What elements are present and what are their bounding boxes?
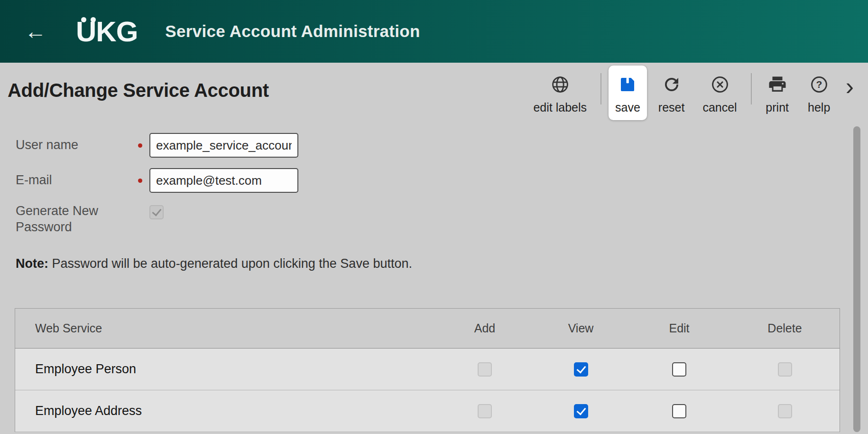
toolbar-divider bbox=[751, 73, 752, 104]
username-input[interactable] bbox=[149, 133, 298, 158]
cancel-label: cancel bbox=[702, 101, 737, 114]
ukg-logo: UKG bbox=[76, 15, 138, 48]
printer-icon bbox=[767, 73, 787, 96]
note-label: Note: bbox=[16, 256, 48, 271]
toolbar-divider bbox=[600, 73, 601, 104]
help-button[interactable]: ? help bbox=[801, 66, 838, 120]
email-input[interactable] bbox=[149, 168, 298, 193]
view-checkbox[interactable] bbox=[574, 362, 588, 377]
page-title: Add/Change Service Account bbox=[8, 80, 269, 101]
edit-labels-label: edit labels bbox=[533, 101, 587, 114]
generate-password-row: Generate New Password bbox=[16, 203, 298, 236]
password-note: Note: Password will be auto-generated up… bbox=[16, 256, 412, 271]
action-toolbar: edit labels save reset cancel bbox=[524, 66, 854, 120]
svg-text:?: ? bbox=[816, 79, 822, 90]
refresh-icon bbox=[662, 73, 682, 96]
table-header-row: Web Service Add View Edit Delete bbox=[15, 309, 840, 349]
cancel-icon bbox=[710, 73, 730, 96]
globe-icon bbox=[550, 73, 570, 96]
top-header-bar: ← UKG Service Account Administration bbox=[0, 0, 868, 63]
logo-dot bbox=[91, 17, 96, 22]
add-checkbox bbox=[478, 404, 492, 418]
floppy-icon bbox=[618, 73, 637, 96]
edit-checkbox[interactable] bbox=[672, 362, 686, 377]
service-account-form: User name E-mail Generate New Password bbox=[16, 133, 298, 246]
help-icon: ? bbox=[809, 73, 829, 96]
reset-button[interactable]: reset bbox=[652, 66, 692, 120]
help-label: help bbox=[808, 101, 830, 114]
app-title: Service Account Administration bbox=[165, 22, 420, 41]
note-text: Password will be auto-generated upon cli… bbox=[48, 256, 412, 271]
username-label: User name bbox=[16, 137, 130, 153]
logo-dot bbox=[81, 17, 86, 22]
web-service-table: Web Service Add View Edit Delete Employe… bbox=[15, 308, 840, 432]
required-indicator bbox=[130, 143, 149, 148]
email-label: E-mail bbox=[16, 172, 130, 189]
username-row: User name bbox=[16, 133, 298, 158]
edit-checkbox[interactable] bbox=[672, 404, 686, 418]
print-label: print bbox=[766, 101, 789, 114]
delete-checkbox bbox=[778, 404, 792, 418]
table-row: Employee Person bbox=[15, 349, 840, 390]
add-checkbox bbox=[478, 362, 492, 377]
save-label: save bbox=[615, 101, 640, 114]
generate-password-label: Generate New Password bbox=[16, 203, 130, 236]
print-button[interactable]: print bbox=[759, 66, 796, 120]
col-header-add: Add bbox=[437, 321, 532, 335]
view-checkbox[interactable] bbox=[574, 404, 588, 418]
cancel-button[interactable]: cancel bbox=[696, 66, 743, 120]
col-header-edit: Edit bbox=[629, 321, 729, 335]
vertical-scrollbar-thumb[interactable] bbox=[853, 126, 860, 432]
edit-labels-button[interactable]: edit labels bbox=[526, 66, 593, 120]
back-arrow-icon[interactable]: ← bbox=[25, 20, 46, 42]
generate-password-checkbox bbox=[149, 205, 164, 219]
email-row: E-mail bbox=[16, 168, 298, 193]
col-header-delete: Delete bbox=[729, 321, 840, 335]
save-button[interactable]: save bbox=[609, 66, 647, 120]
chevron-right-icon[interactable]: › bbox=[846, 74, 854, 99]
delete-checkbox bbox=[778, 362, 792, 377]
required-indicator bbox=[130, 179, 149, 183]
page-content: Add/Change Service Account edit labels s… bbox=[0, 63, 868, 434]
col-header-view: View bbox=[532, 321, 629, 335]
reset-label: reset bbox=[658, 101, 685, 114]
col-header-web-service: Web Service bbox=[15, 321, 437, 335]
web-service-name: Employee Address bbox=[15, 404, 437, 418]
web-service-name: Employee Person bbox=[15, 362, 437, 377]
table-row: Employee Address bbox=[15, 390, 840, 432]
